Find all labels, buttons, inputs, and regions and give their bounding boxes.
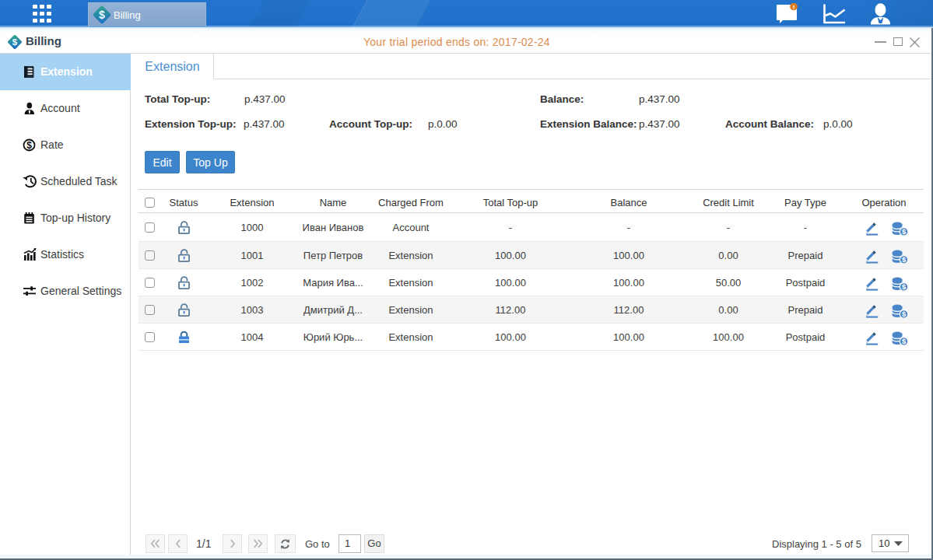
svg-text:$: $ (26, 140, 32, 151)
svg-text:$: $ (99, 9, 105, 21)
svg-text:$: $ (12, 37, 18, 47)
svg-text:!: ! (793, 4, 795, 11)
